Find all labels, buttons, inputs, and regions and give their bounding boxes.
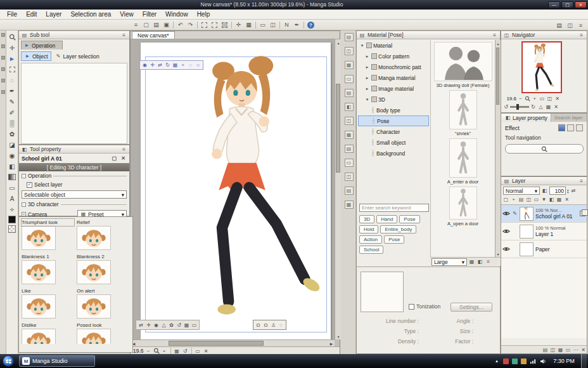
camera-angle-icon[interactable] xyxy=(191,322,198,329)
model-root-icon[interactable] xyxy=(187,62,194,69)
print-size-icon[interactable] xyxy=(195,348,201,355)
tonization-checkbox[interactable] xyxy=(409,304,414,310)
tag-hand[interactable]: Hand xyxy=(376,215,397,223)
minimize-button[interactable]: — xyxy=(548,1,560,8)
zoom-out-icon[interactable] xyxy=(145,348,152,355)
show-desktop-button[interactable] xyxy=(581,354,587,368)
menu-layer[interactable]: Layer xyxy=(41,10,66,20)
visibility-eye-icon[interactable] xyxy=(502,211,510,216)
select-layer-checkbox[interactable]: ✓ xyxy=(27,182,32,188)
zoom-out-icon[interactable] xyxy=(517,95,524,102)
layer-thumbnail[interactable] xyxy=(520,207,534,221)
collapsed-panel-tab[interactable] xyxy=(345,159,354,167)
ruler-icon[interactable] xyxy=(258,21,267,29)
close-button[interactable]: ✕ xyxy=(575,1,587,8)
material-search-input[interactable] xyxy=(359,204,429,212)
grid-view-icon[interactable] xyxy=(468,258,475,265)
tree-item-color-pattern[interactable]: Color pattern xyxy=(358,51,430,62)
clear-view-icon[interactable] xyxy=(203,348,210,355)
eyedropper-tool-icon[interactable] xyxy=(7,205,17,214)
collapsed-panel-tab[interactable] xyxy=(345,75,354,83)
tree-item-monochromic-pattern[interactable]: Monochromic patt xyxy=(358,62,430,72)
list-menu-icon[interactable] xyxy=(485,258,492,265)
fit-to-screen-icon[interactable] xyxy=(174,348,181,355)
tag-3d[interactable]: 3D xyxy=(359,215,374,223)
collapsed-panel-tab[interactable] xyxy=(345,61,354,69)
zoom-in-icon[interactable] xyxy=(531,95,538,102)
scroll-up-icon[interactable] xyxy=(335,39,342,46)
joint-unlock-icon[interactable] xyxy=(262,322,269,329)
expander-closed-icon[interactable] xyxy=(364,54,370,59)
tray-app-icon-orange[interactable] xyxy=(521,358,527,364)
tray-app-icon-green[interactable] xyxy=(512,358,518,364)
visibility-eye-icon[interactable] xyxy=(502,228,510,234)
model-rotate-icon[interactable] xyxy=(164,62,171,69)
transparent-color-swatch[interactable] xyxy=(8,225,16,233)
expression-item[interactable]: Posed look xyxy=(75,321,131,344)
model-joint-icon[interactable] xyxy=(195,62,201,69)
canvas-tab[interactable]: New canvas* xyxy=(132,31,175,39)
expander-closed-icon[interactable] xyxy=(364,86,370,91)
tag-pose-2[interactable]: Pose xyxy=(384,235,404,244)
expander-closed-icon[interactable] xyxy=(364,76,370,81)
select-all-icon[interactable] xyxy=(210,21,219,29)
material-item-enter-door[interactable]: A_enter a door xyxy=(431,136,495,185)
tag-entire-body[interactable]: Entire_body xyxy=(380,225,416,233)
expression-item[interactable]: Relief xyxy=(75,218,131,253)
help-icon[interactable] xyxy=(306,21,316,29)
blend-tool-icon[interactable] xyxy=(7,151,17,160)
material-scrollbar[interactable] xyxy=(495,40,501,257)
horizontal-scrollbar[interactable] xyxy=(131,339,335,346)
collapsed-panel-tab[interactable] xyxy=(345,47,354,55)
dock-handle-icon[interactable] xyxy=(1,67,5,71)
footer-delete-icon[interactable] xyxy=(580,346,587,353)
new-folder-icon[interactable] xyxy=(518,196,525,203)
tag-hold[interactable]: Hold xyxy=(359,225,378,233)
light-table-icon[interactable] xyxy=(268,21,278,29)
actual-size-icon[interactable] xyxy=(546,95,553,102)
subtool-item-layer-selection[interactable]: Layer selection xyxy=(53,51,102,61)
move-model-icon[interactable] xyxy=(145,322,152,329)
3d-character-figure[interactable] xyxy=(177,51,329,320)
collapsed-panel-tab[interactable] xyxy=(345,103,354,111)
taskbar-clock[interactable]: 7:30 PM xyxy=(550,358,578,364)
layer-thumbnail[interactable] xyxy=(520,242,534,256)
new-canvas-icon[interactable] xyxy=(141,21,151,29)
delete-layer-icon[interactable] xyxy=(563,196,570,203)
vertical-scrollbar[interactable] xyxy=(335,39,341,339)
tag-school[interactable]: School xyxy=(359,246,383,254)
network-icon[interactable] xyxy=(530,358,537,364)
expander-open-icon[interactable] xyxy=(359,43,365,48)
material-scroll-thumb[interactable] xyxy=(496,48,499,105)
airbrush-tool-icon[interactable] xyxy=(7,119,17,128)
material-item-open-door[interactable]: A_open a door xyxy=(431,185,495,227)
menu-view[interactable]: View xyxy=(115,10,138,20)
layer-row-school-girl[interactable]: 100 % Nor... School girl A 01 xyxy=(501,205,587,223)
transfer-layer-icon[interactable] xyxy=(525,196,532,203)
subtool-item-object[interactable]: Object xyxy=(21,51,51,61)
reset-rotation-icon[interactable] xyxy=(182,348,189,355)
expression-item[interactable]: Blankness 2 xyxy=(75,253,131,287)
tab-operation[interactable]: Operation xyxy=(21,41,63,49)
expander-open-icon[interactable] xyxy=(364,97,370,102)
detail-view-icon[interactable] xyxy=(476,258,483,265)
navigator-thumbnail[interactable] xyxy=(521,41,562,93)
rotate-left-icon[interactable] xyxy=(502,103,509,110)
save-icon[interactable] xyxy=(162,21,171,29)
layer-color-effect-icon[interactable] xyxy=(576,124,583,131)
maximize-button[interactable]: ▢ xyxy=(561,1,573,8)
pencil-tool-icon[interactable] xyxy=(7,97,17,106)
reset-pose-icon[interactable] xyxy=(176,322,182,329)
combine-layer-icon[interactable] xyxy=(533,196,540,203)
selectable-object-dropdown[interactable]: Selectable object xyxy=(22,190,127,199)
open-file-icon[interactable] xyxy=(151,21,161,29)
expression-item[interactable]: Triumphant look xyxy=(20,218,75,253)
layer-panel-menu-icon[interactable] xyxy=(578,178,585,185)
expression-item[interactable]: Dislike xyxy=(20,321,75,344)
menu-selection-area[interactable]: Selection area xyxy=(66,10,115,20)
expression-item[interactable]: Like xyxy=(20,287,75,321)
collapsed-panel-tab[interactable] xyxy=(345,117,354,125)
dock-handle-icon[interactable] xyxy=(1,33,5,37)
joint-lock-icon[interactable] xyxy=(255,322,262,329)
text-tool-icon[interactable] xyxy=(7,194,17,203)
